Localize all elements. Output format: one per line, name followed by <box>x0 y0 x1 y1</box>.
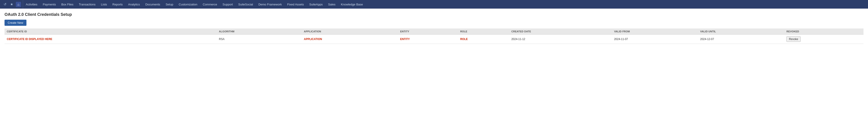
favorites-icon[interactable]: ★ <box>9 2 14 7</box>
role-link[interactable]: ROLE <box>460 37 468 41</box>
navbar-item-knowledge-base[interactable]: Knowledge Base <box>338 0 366 9</box>
col-header-entity: Entity <box>398 29 458 35</box>
table-header: Certificate IDAlgorithmApplicationEntity… <box>4 29 864 35</box>
table-body: CERTIFICATE ID DISPLAYED HERERSAAPPLICAT… <box>4 35 864 44</box>
navbar-item-transactions[interactable]: Transactions <box>76 0 98 9</box>
cell-certificate-id: CERTIFICATE ID DISPLAYED HERE <box>4 35 217 44</box>
col-header-algorithm: Algorithm <box>217 29 302 35</box>
cell-entity: ENTITY <box>398 35 458 44</box>
navbar-item-suiteapps[interactable]: SuiteApps <box>307 0 325 9</box>
col-header-valid-until: Valid Until <box>698 29 784 35</box>
col-header-revoked: Revoked <box>784 29 864 35</box>
navbar-item-fixed-assets[interactable]: Fixed Assets <box>284 0 307 9</box>
history-icon[interactable]: ↺ <box>3 2 7 7</box>
create-new-button[interactable]: Create New <box>4 20 26 26</box>
navbar-item-customization[interactable]: Customization <box>176 0 200 9</box>
navbar-item-demo-framework[interactable]: Demo Framework <box>256 0 284 9</box>
navbar-item-support[interactable]: Support <box>220 0 236 9</box>
page-content: OAuth 2.0 Client Credentials Setup Creat… <box>0 9 868 46</box>
application-link[interactable]: APPLICATION <box>304 37 322 41</box>
col-header-created-date: Created Date <box>509 29 612 35</box>
col-header-role: Role <box>458 29 509 35</box>
cell-created-date: 2024-11-12 <box>509 35 612 44</box>
navbar-item-setup[interactable]: Setup <box>163 0 176 9</box>
cell-revoked: Revoke <box>784 35 864 44</box>
navbar-item-lists[interactable]: Lists <box>98 0 110 9</box>
cell-valid-until: 2024-12-07 <box>698 35 784 44</box>
table-row: CERTIFICATE ID DISPLAYED HERERSAAPPLICAT… <box>4 35 864 44</box>
col-header-valid-from: Valid From <box>612 29 698 35</box>
navbar-item-suitesocial[interactable]: SuiteSocial <box>236 0 256 9</box>
navbar: ↺ ★ ⌂ ActivitiesPaymentsBox FilesTransac… <box>0 0 868 9</box>
page-title: OAuth 2.0 Client Credentials Setup <box>4 12 864 17</box>
entity-link[interactable]: ENTITY <box>400 37 410 41</box>
cell-role: ROLE <box>458 35 509 44</box>
revoke-button[interactable]: Revoke <box>786 36 801 42</box>
col-header-application: Application <box>302 29 398 35</box>
credentials-table: Certificate IDAlgorithmApplicationEntity… <box>4 29 864 44</box>
col-header-certificate-id: Certificate ID <box>4 29 217 35</box>
navbar-item-commerce[interactable]: Commerce <box>200 0 220 9</box>
cell-application: APPLICATION <box>302 35 398 44</box>
cell-algorithm: RSA <box>217 35 302 44</box>
navbar-item-payments[interactable]: Payments <box>40 0 59 9</box>
home-icon[interactable]: ⌂ <box>16 2 21 7</box>
navbar-menu: ActivitiesPaymentsBox FilesTransactionsL… <box>23 0 867 9</box>
navbar-item-box-files[interactable]: Box Files <box>59 0 76 9</box>
navbar-item-activities[interactable]: Activities <box>23 0 40 9</box>
navbar-item-analytics[interactable]: Analytics <box>125 0 143 9</box>
certificate-id-link[interactable]: CERTIFICATE ID DISPLAYED HERE <box>7 37 52 41</box>
cell-valid-from: 2024-11-07 <box>612 35 698 44</box>
navbar-item-sales[interactable]: Sales <box>325 0 338 9</box>
navbar-utility-icons: ↺ ★ ⌂ <box>1 0 23 9</box>
navbar-item-reports[interactable]: Reports <box>110 0 125 9</box>
navbar-item-documents[interactable]: Documents <box>143 0 163 9</box>
